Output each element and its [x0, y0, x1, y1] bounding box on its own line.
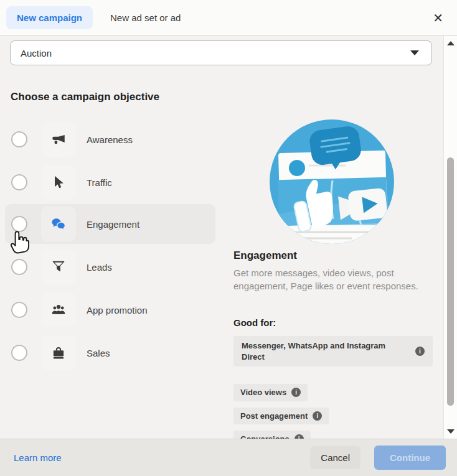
radio-awareness[interactable] [11, 131, 27, 147]
objective-row-traffic[interactable]: Traffic [5, 162, 215, 202]
objective-row-leads[interactable]: Leads [5, 247, 215, 287]
objective-row-app-promotion[interactable]: App promotion [5, 290, 215, 330]
objective-label: Traffic [87, 177, 112, 188]
objective-label: Engagement [87, 219, 139, 230]
megaphone-icon [41, 122, 76, 157]
info-icon[interactable]: i [415, 347, 425, 356]
modal-footer: Learn more Cancel Continue [0, 439, 457, 476]
tag-messenger-whatsapp-instagram: Messenger, WhatsApp and Instagram Direct… [233, 336, 433, 366]
close-icon[interactable]: ✕ [430, 9, 446, 27]
radio-app-promotion[interactable] [11, 302, 27, 318]
detail-description: Get more messages, video views, post eng… [233, 266, 419, 293]
modal-header: New campaign New ad set or ad ✕ [0, 0, 457, 36]
radio-leads[interactable] [11, 259, 27, 275]
tab-new-ad-set-or-ad[interactable]: New ad set or ad [110, 12, 181, 23]
chevron-down-icon [410, 50, 419, 55]
tag-label: Post engagement [240, 411, 308, 422]
scrollbar-thumb[interactable] [447, 157, 454, 406]
people-group-icon [41, 292, 76, 327]
new-campaign-modal: New campaign New ad set or ad ✕ Auction … [0, 0, 457, 476]
tag-label: Video views [240, 387, 286, 398]
buying-type-value: Auction [21, 48, 52, 58]
tag-label: Messenger, WhatsApp and Instagram Direct [242, 340, 397, 362]
radio-sales[interactable] [11, 345, 27, 361]
continue-button[interactable]: Continue [374, 446, 446, 470]
objective-section-heading: Choose a campaign objective [11, 91, 159, 103]
detail-title: Engagement [233, 250, 297, 262]
radio-engagement[interactable] [11, 216, 27, 232]
shopping-bag-icon [41, 335, 76, 370]
scroll-down-arrow-icon[interactable] [447, 429, 455, 434]
objective-row-engagement[interactable]: Engagement [5, 204, 215, 244]
info-icon[interactable]: i [291, 388, 301, 397]
tab-new-campaign[interactable]: New campaign [6, 6, 93, 29]
objective-row-sales[interactable]: Sales [5, 333, 215, 373]
objective-row-awareness[interactable]: Awareness [5, 119, 215, 159]
chat-bubbles-icon [41, 207, 76, 241]
info-icon[interactable]: i [313, 411, 322, 421]
scroll-up-arrow-icon[interactable] [447, 41, 455, 45]
vertical-scrollbar[interactable] [443, 36, 457, 439]
tag-post-engagement: Post engagement i [233, 408, 329, 425]
good-for-tags: Messenger, WhatsApp and Instagram Direct… [233, 336, 433, 454]
cursor-arrow-icon [41, 165, 76, 200]
engagement-illustration [270, 119, 394, 244]
objective-label: App promotion [87, 305, 148, 315]
good-for-label: Good for: [233, 317, 276, 328]
objective-label: Leads [87, 262, 112, 273]
objective-label: Sales [87, 348, 110, 358]
cancel-button[interactable]: Cancel [310, 446, 360, 469]
tag-video-views: Video views i [233, 384, 308, 401]
objective-label: Awareness [87, 134, 133, 145]
buying-type-dropdown[interactable]: Auction [10, 40, 432, 65]
funnel-icon [41, 250, 76, 284]
learn-more-link[interactable]: Learn more [14, 452, 62, 463]
radio-traffic[interactable] [11, 174, 27, 190]
